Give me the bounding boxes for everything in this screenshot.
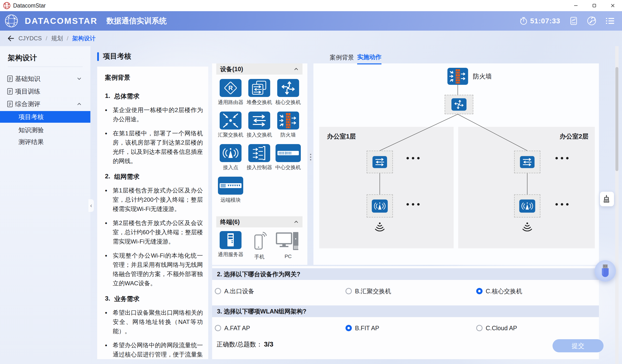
center-switch-icon (275, 144, 301, 162)
palette-terminal-server[interactable]: 通用服务器 (218, 231, 243, 265)
q2-option-b[interactable]: B.汇聚交换机 (346, 287, 391, 295)
palette-device-center-switch[interactable]: 中心交换机 (275, 144, 301, 177)
sidebar: 架构设计 基础知识 项目训练 综合测评 (0, 46, 90, 364)
radio-unselected-icon[interactable] (215, 288, 221, 294)
chevron-up-icon (294, 219, 299, 224)
window-title: DatacomStar (13, 0, 46, 11)
minimize-button[interactable] (567, 0, 585, 11)
palette-device-router[interactable]: R 通用路由器 (218, 79, 243, 112)
sidebar-item-project-assessment[interactable]: 项目考核 (0, 111, 90, 123)
palette-terminal-phone[interactable]: 手机 (252, 231, 267, 265)
q3-option-b[interactable]: B.FIT AP (346, 324, 379, 332)
back-arrow-icon[interactable] (7, 35, 15, 42)
palette-terminal-pc[interactable]: PC (275, 231, 301, 265)
floor1-access-point-slot[interactable] (367, 194, 393, 217)
tab-implementation-actions[interactable]: 实施动作 (357, 53, 381, 64)
page-title: 项目考核 (103, 52, 131, 61)
document-icon (7, 76, 13, 82)
sidebar-item-knowledge-quiz[interactable]: 知识测验 (0, 125, 90, 135)
breadcrumb-item[interactable]: 规划 (51, 35, 63, 42)
floor2-access-switch-slot[interactable] (514, 151, 540, 173)
radio-unselected-icon[interactable] (476, 325, 483, 331)
palette-device-access-point[interactable]: 接入点 (220, 144, 241, 177)
score-label: 正确数/总题数： (216, 340, 262, 349)
radio-selected-icon[interactable] (476, 288, 483, 294)
tab-case-background[interactable]: 案例背景 (330, 54, 354, 61)
clear-canvas-button[interactable] (600, 192, 614, 206)
app-window: DatacomStar DATACOMSTAR 数据通信实训系统 (0, 0, 622, 364)
wireless-signal-icon (373, 222, 387, 232)
q3-option-a[interactable]: A.FAT AP (215, 324, 250, 332)
timer-value: 51:07:33 (530, 17, 560, 25)
vertical-scrollbar-thumb[interactable] (615, 67, 618, 171)
server-icon (220, 231, 241, 249)
quiz-section: 2. 选择以下哪台设备作为网关? A.出口设备 B.汇聚交换机 C.核心交换机 … (212, 266, 599, 359)
tools-icon[interactable] (587, 16, 596, 25)
bullet-item: •某企业使用一栋楼中的2层楼作为办公用途。 (105, 105, 203, 124)
stack-switch-icon (248, 79, 270, 97)
router-icon: R (220, 79, 241, 97)
brand-name: DATACOMSTAR (25, 11, 97, 31)
access-switch-node-icon (520, 156, 535, 168)
palette-section-devices[interactable]: 设备(10) (216, 63, 303, 75)
submit-button[interactable]: 提交 (552, 339, 603, 352)
sidebar-item-basic-knowledge[interactable]: 基础知识 (0, 73, 90, 84)
title-accent-bar (97, 52, 99, 61)
stopwatch-icon (520, 17, 528, 25)
q2-option-a[interactable]: A.出口设备 (215, 287, 254, 295)
palette-device-remote-module[interactable]: 远端模块 (218, 177, 243, 209)
report-icon[interactable] (569, 17, 578, 25)
sidebar-item-label: 项目训练 (15, 87, 40, 96)
sidebar-collapse-handle[interactable]: ‹ (88, 199, 94, 212)
bullet-item: •第2层楼包含开放式办公区及会议室，总计约60个接入终端；整层楼需实现Wi-Fi… (105, 218, 203, 246)
access-point-icon (220, 144, 241, 162)
sidebar-title: 架构设计 (8, 53, 37, 63)
palette-device-access-switch[interactable]: 接入交换机 (247, 112, 272, 144)
device-palette: 设备(10) R 通用路由器 (212, 63, 307, 265)
q3-option-c[interactable]: C.Cloud AP (476, 324, 517, 332)
question-3-title: 3. 选择以下哪项WLAN组网架构? (217, 307, 306, 315)
bullet-item: •实现整个办公Wi-Fi的本地化统一管理；并且采用有线网络与无线网络融合管理的方… (105, 251, 203, 288)
radio-unselected-icon[interactable] (346, 288, 352, 294)
floor2-access-point-slot[interactable] (514, 194, 540, 217)
sidebar-item-label: 综合测评 (15, 100, 40, 108)
panel-resize-handle[interactable] (309, 150, 312, 164)
divider (8, 67, 83, 67)
palette-device-access-controller[interactable]: 接入控制器 (247, 144, 272, 177)
sidebar-item-comprehensive-evaluation[interactable]: 综合测评 (0, 99, 90, 109)
palette-device-aggregation-switch[interactable]: 汇聚交换机 (218, 112, 243, 144)
sidebar-item-evaluation-results[interactable]: 测评结果 (0, 137, 90, 147)
question-3-header: 3. 选择以下哪项WLAN组网架构? (212, 306, 599, 317)
exam-timer: 51:07:33 (520, 17, 560, 25)
case-panel-title: 案例背景 (105, 73, 203, 82)
radio-unselected-icon[interactable] (215, 325, 221, 331)
topology-canvas[interactable]: 办公室1层 办公室2层 防火墙 (313, 63, 599, 265)
document-icon (7, 88, 13, 95)
menu-list-icon[interactable] (605, 17, 615, 25)
palette-section-terminals[interactable]: 终端(6) (216, 216, 303, 228)
maximize-button[interactable] (585, 0, 603, 11)
usb-device-float[interactable] (595, 260, 616, 282)
palette-device-firewall[interactable]: 防火墙 (277, 112, 299, 144)
q2-option-c[interactable]: C.核心交换机 (476, 287, 522, 295)
access-switch-icon (248, 112, 270, 130)
breadcrumb: CJYDCS / 规划 / 架构设计 (7, 31, 96, 46)
access-point-node-icon (519, 199, 535, 213)
core-switch-slot[interactable] (445, 95, 473, 114)
title-bar: DatacomStar (0, 0, 622, 11)
sidebar-item-project-training[interactable]: 项目训练 (0, 86, 90, 97)
palette-device-core-switch[interactable]: 核心交换机 (275, 79, 301, 112)
bullet-item: •希望出口设备聚焦出口网络相关的安全、网络地址转换（NAT等功能）。 (105, 308, 203, 336)
app-globe-icon (3, 2, 11, 9)
section-heading: 3.业务需求 (105, 295, 203, 303)
chevron-up-icon (77, 102, 82, 106)
breadcrumb-item[interactable]: CJYDCS (19, 35, 42, 42)
floor1-access-switch-slot[interactable] (367, 151, 393, 173)
palette-section-label: 终端(6) (220, 218, 240, 226)
palette-device-stack-switch[interactable]: 堆叠交换机 (247, 79, 272, 112)
svg-text:R: R (228, 85, 233, 91)
more-devices-ellipsis (407, 157, 420, 159)
firewall-node-icon[interactable] (447, 68, 468, 85)
close-button[interactable] (603, 0, 622, 11)
radio-selected-icon[interactable] (346, 325, 352, 331)
